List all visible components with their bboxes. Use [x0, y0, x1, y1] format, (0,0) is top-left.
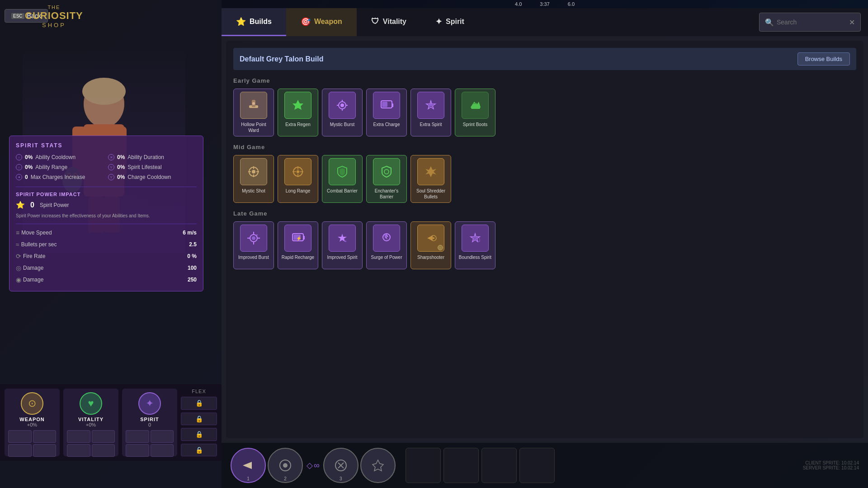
ability-slot-3[interactable]: 3	[323, 448, 359, 483]
bps-icon: ≈	[16, 241, 19, 248]
item-mystic-shot[interactable]: Mystic Shot	[233, 155, 274, 203]
item-improved-burst[interactable]: ✦ Improved Burst	[233, 221, 274, 269]
item-boundless-spirit[interactable]: Boundless Spirit	[455, 221, 495, 269]
stat-charge-cooldown: Y 0% Charge Cooldown	[108, 174, 197, 180]
combat-stats-list: ≡ Move Speed 6 m/s ≈ Bullets per sec 2.5…	[16, 228, 197, 285]
soul-shredder-icon	[417, 158, 444, 185]
flex-section: FLEX 🔒 🔒 🔒 🔒	[181, 389, 217, 456]
enchanters-barrier-icon	[373, 158, 400, 185]
spirit-slot-1[interactable]	[126, 430, 149, 443]
stat-ability-range: ○ 0% Ability Range	[16, 164, 104, 170]
empty-ability-slots	[406, 448, 555, 483]
builds-tab-icon: ⭐	[236, 17, 246, 27]
late-game-items: ✦ Improved Burst ⚡ Rapid Recha	[233, 221, 856, 269]
empty-slot-4[interactable]	[519, 448, 555, 483]
spirit-category-name: SPIRIT	[126, 417, 174, 422]
item-combat-barrier[interactable]: Combat Barrier	[322, 155, 363, 203]
spirit-stats-title: SPIRIT STATS	[16, 142, 197, 149]
vitality-category[interactable]: ♥ VITALITY +0%	[63, 389, 118, 456]
weapon-slot-3[interactable]	[8, 444, 32, 457]
top-stats-bar: 4.0 3:37 6.0	[222, 0, 868, 8]
builds-tab-label: Builds	[250, 18, 272, 26]
vitality-slot-2[interactable]	[92, 430, 115, 443]
soul-shredder-bullets-name: Soul Shredder Bullets	[414, 188, 448, 200]
weapon-tab-icon: 🎯	[301, 17, 311, 27]
improved-burst-icon: ✦	[240, 225, 267, 252]
spirit-slot-2[interactable]	[151, 430, 174, 443]
spirit-power-row: ⭐ 0 Spirit Power	[16, 201, 197, 209]
item-soul-shredder-bullets[interactable]: Soul Shredder Bullets	[410, 155, 451, 203]
combat-stat-damage2: ◉ Damage 250	[16, 275, 197, 285]
weapon-category[interactable]: ⊙ WEAPON +0%	[5, 389, 60, 456]
combat-stat-firerate: ⟳ Fire Rate 0 %	[16, 251, 197, 261]
item-extra-spirit[interactable]: Extra Spirit	[410, 89, 451, 136]
combat-stat-movespeed: ≡ Move Speed 6 m/s	[16, 228, 197, 238]
item-mystic-burst[interactable]: Mystic Burst	[322, 89, 363, 136]
tab-weapon[interactable]: 🎯 Weapon	[286, 8, 357, 36]
ability-slot-2[interactable]: 2	[268, 448, 303, 483]
top-stat-1: 4.0	[515, 1, 522, 7]
spirit-category[interactable]: ✦ SPIRIT 0	[122, 389, 177, 456]
flex-slot-3[interactable]: 🔒	[181, 428, 217, 441]
mystic-burst-icon	[329, 92, 356, 119]
tab-spirit[interactable]: ✦ Spirit	[421, 8, 479, 36]
vitality-slots	[67, 430, 115, 457]
empty-slot-3[interactable]	[481, 448, 517, 483]
item-long-range[interactable]: Long Range	[278, 155, 318, 203]
item-surge-of-power[interactable]: Surge of Power	[366, 221, 407, 269]
extra-spirit-name: Extra Spirit	[414, 122, 448, 133]
flex-slot-4[interactable]: 🔒	[181, 444, 217, 457]
tab-vitality[interactable]: 🛡 Vitality	[357, 8, 421, 36]
stat-ability-cooldown: ○ 0% Ability Cooldown	[16, 154, 104, 160]
weapon-slot-1[interactable]	[8, 430, 32, 443]
sprint-boots-name: Sprint Boots	[458, 122, 492, 133]
search-input[interactable]	[777, 19, 849, 26]
duration-icon: ✕	[108, 154, 114, 160]
stat-spirit-lifesteal: Y 0% Spirit Lifesteal	[108, 164, 197, 170]
weapon-category-icon: ⊙	[21, 392, 43, 415]
search-bar[interactable]: 🔍 ✕	[759, 13, 861, 32]
svg-point-55	[473, 236, 477, 240]
vitality-slot-3[interactable]	[67, 444, 90, 457]
shop-the: THE	[25, 5, 83, 10]
range-icon: ○	[16, 164, 22, 170]
sharpshooter-icon: ○	[417, 225, 444, 252]
ability-slot-4[interactable]	[360, 448, 396, 483]
rapid-recharge-icon: ⚡	[284, 225, 311, 252]
flex-slot-2[interactable]: 🔒	[181, 413, 217, 426]
empty-slot-1[interactable]	[406, 448, 441, 483]
weapon-slot-4[interactable]	[33, 444, 57, 457]
weapon-slot-2[interactable]	[33, 430, 57, 443]
item-enchanters-barrier[interactable]: Enchanter's Barrier	[366, 155, 407, 203]
item-rapid-recharge[interactable]: ⚡ Rapid Recharge	[278, 221, 318, 269]
svg-text:✦: ✦	[344, 239, 347, 244]
close-icon[interactable]: ✕	[849, 18, 855, 27]
vitality-slot-1[interactable]	[67, 430, 90, 443]
dmg2-icon: ◉	[16, 276, 21, 283]
item-extra-charge[interactable]: Extra Charge	[366, 89, 407, 136]
item-sharpshooter[interactable]: ○ Sharpshooter	[410, 221, 451, 269]
improved-burst-name: Improved Burst	[236, 254, 271, 266]
svg-point-33	[297, 170, 299, 173]
item-extra-regen[interactable]: Extra Regen	[278, 89, 318, 136]
stat-ability-duration: ✕ 0% Ability Duration	[108, 154, 197, 160]
extra-regen-icon	[284, 92, 311, 119]
flex-slot-1[interactable]: 🔒	[181, 397, 217, 410]
item-sprint-boots[interactable]: Sprint Boots	[455, 89, 495, 136]
empty-slot-2[interactable]	[443, 448, 479, 483]
vitality-slot-4[interactable]	[92, 444, 115, 457]
cooldown-icon: ○	[16, 154, 22, 160]
spirit-slot-3[interactable]	[126, 444, 149, 457]
enchanters-barrier-name: Enchanter's Barrier	[369, 188, 404, 200]
ability-slot-1[interactable]: 1	[231, 448, 266, 483]
browse-builds-button[interactable]: Browse Builds	[797, 52, 850, 66]
long-range-name: Long Range	[281, 188, 315, 200]
item-hollow-point-ward[interactable]: Hollow Point Ward	[233, 89, 274, 136]
item-improved-spirit[interactable]: ✦ Improved Spirit	[322, 221, 363, 269]
tab-builds[interactable]: ⭐ Builds	[222, 8, 286, 36]
mid-game-items: Mystic Shot Long Range	[233, 155, 856, 203]
main-content: ⭐ Builds 🎯 Weapon 🛡 Vitality ✦ Spirit 🔍 …	[222, 8, 868, 443]
mystic-shot-icon	[240, 158, 267, 185]
spirit-slot-4[interactable]	[151, 444, 174, 457]
spirit-star-icon: ⭐	[16, 201, 25, 209]
